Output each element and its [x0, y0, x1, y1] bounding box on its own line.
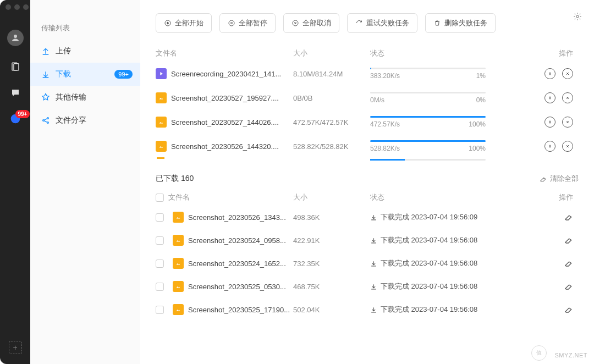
header-ops: 操作 [502, 192, 579, 202]
upload-icon [41, 47, 50, 56]
transfer-badge: 99+ [15, 110, 30, 118]
files-icon[interactable] [9, 60, 21, 73]
speed: 0M/s [370, 96, 384, 104]
window-controls[interactable] [6, 4, 29, 10]
header-size: 大小 [293, 48, 370, 58]
retry-icon [355, 19, 363, 27]
header-name: 文件名 [168, 192, 190, 202]
trash-icon [433, 19, 441, 27]
percent: 100% [469, 145, 486, 152]
percent: 1% [476, 72, 486, 80]
pause-button[interactable] [544, 141, 556, 152]
header-status: 状态 [370, 192, 502, 202]
transfer-other-icon [41, 93, 50, 102]
sidebar-item-label: 下载 [56, 69, 71, 79]
status: 下载完成 2023-07-04 19:56:09 [370, 212, 502, 222]
download-icon [41, 70, 50, 79]
pause-all-button[interactable]: 全部暂停 [219, 13, 276, 33]
active-transfer-row: Screenshot_20230527_195927.... 0B/0B 0M/… [156, 86, 579, 110]
settings-icon[interactable] [573, 12, 582, 23]
main-panel: 全部开始 全部暂停 全部取消 重试失败任务 删除失败任务 文件名 大小 状态 操… [140, 0, 594, 364]
cancel-button[interactable] [562, 68, 573, 79]
active-header-row: 文件名 大小 状态 操作 [156, 45, 579, 62]
done-transfer-row: Screenshot_20230525_0530... 468.75K 下载完成… [156, 275, 579, 298]
done-transfer-row: Screenshot_20230525_17190... 502.04K 下载完… [156, 298, 579, 321]
sidebar-title: 传输列表 [30, 19, 140, 40]
done-transfer-row: Screenshot_20230526_1343... 498.36K 下载完成… [156, 206, 579, 229]
svg-rect-2 [14, 64, 19, 70]
delete-button[interactable] [564, 282, 573, 292]
file-name: Screenshot_20230526_1343... [188, 213, 286, 222]
file-size: 8.10M/814.24M [293, 70, 370, 78]
sidebar-item-download[interactable]: 下载 99+ [30, 63, 140, 86]
done-transfer-row: Screenshot_20230524_1652... 732.35K 下载完成… [156, 252, 579, 275]
row-checkbox[interactable] [156, 306, 164, 314]
app-rail: 99+ + [0, 0, 30, 364]
row-checkbox[interactable] [156, 236, 164, 245]
file-name: Screenshot_20230525_0530... [188, 283, 286, 291]
delete-button[interactable] [564, 235, 573, 246]
done-header-row: 文件名 大小 状态 操作 [156, 189, 579, 206]
pause-button[interactable] [544, 117, 556, 128]
row-checkbox[interactable] [156, 213, 164, 222]
sidebar-item-other[interactable]: 其他传输 [30, 86, 140, 109]
cancel-button[interactable] [562, 117, 573, 128]
download-badge: 99+ [114, 70, 133, 79]
status: 下载完成 2023-07-04 19:56:08 [370, 258, 502, 268]
chat-icon[interactable] [9, 87, 21, 99]
cancel-all-button[interactable]: 全部取消 [283, 13, 339, 33]
img-file-icon [173, 258, 184, 269]
pause-button[interactable] [544, 68, 556, 79]
watermark-logo: 值 [531, 345, 547, 361]
share-icon [41, 116, 50, 125]
transfer-icon[interactable]: 99+ [10, 113, 21, 126]
status: 下载完成 2023-07-04 19:56:08 [370, 282, 502, 291]
sidebar-item-label: 其他传输 [56, 92, 86, 102]
percent: 100% [469, 120, 486, 128]
start-all-button[interactable]: 全部开始 [156, 13, 212, 33]
active-transfer-row: Screenshot_20230527_144026.... 472.57K/4… [156, 110, 579, 134]
delete-button[interactable] [564, 258, 573, 269]
pause-icon [228, 19, 235, 27]
status: 下载完成 2023-07-04 19:56:08 [370, 235, 502, 245]
sidebar-item-share[interactable]: 文件分享 [30, 109, 140, 132]
row-checkbox[interactable] [156, 283, 164, 291]
speed: 383.20K/s [370, 72, 400, 80]
row-checkbox[interactable] [156, 260, 164, 268]
file-size: 472.57K/472.57K [293, 118, 370, 126]
sidebar: 传输列表 上传 下载 99+ 其他传输 文件分享 [30, 0, 140, 364]
delete-button[interactable] [564, 305, 573, 315]
cancel-button[interactable] [562, 92, 573, 103]
avatar[interactable] [7, 30, 24, 46]
pause-button[interactable] [544, 92, 556, 103]
svg-point-0 [14, 35, 17, 38]
file-size: 468.75K [293, 283, 370, 291]
file-size: 422.91K [293, 236, 370, 245]
svg-point-5 [47, 118, 49, 119]
retry-failed-button[interactable]: 重试失败任务 [347, 13, 417, 33]
img-file-icon [156, 92, 167, 103]
progress: 0M/s0% [370, 92, 486, 104]
add-button[interactable]: + [9, 341, 22, 354]
header-size: 大小 [293, 192, 370, 202]
delete-failed-button[interactable]: 删除失败任务 [425, 13, 496, 33]
progress: 528.82K/s100% [370, 140, 486, 152]
header-ops: 操作 [502, 48, 579, 58]
cancel-button[interactable] [562, 141, 573, 152]
img-file-icon [156, 117, 167, 128]
downloaded-section-title: 已下载 160 [156, 174, 194, 184]
done-transfer-row: Screenshot_20230524_0958... 422.91K 下载完成… [156, 229, 579, 252]
svg-point-4 [43, 120, 45, 122]
file-size: 502.04K [293, 306, 370, 314]
file-name: Screenshot_20230527_195927.... [171, 94, 279, 102]
partial-row [156, 158, 579, 165]
clear-all-button[interactable]: 清除全部 [540, 174, 579, 184]
select-all-checkbox[interactable] [156, 194, 164, 202]
file-name: Screenshot_20230525_17190... [188, 306, 290, 314]
header-name: 文件名 [156, 48, 293, 58]
sidebar-item-upload[interactable]: 上传 [30, 40, 140, 63]
delete-button[interactable] [564, 212, 573, 223]
speed: 528.82K/s [370, 145, 400, 152]
toolbar: 全部开始 全部暂停 全部取消 重试失败任务 删除失败任务 [156, 13, 579, 33]
sidebar-item-label: 文件分享 [56, 115, 86, 125]
